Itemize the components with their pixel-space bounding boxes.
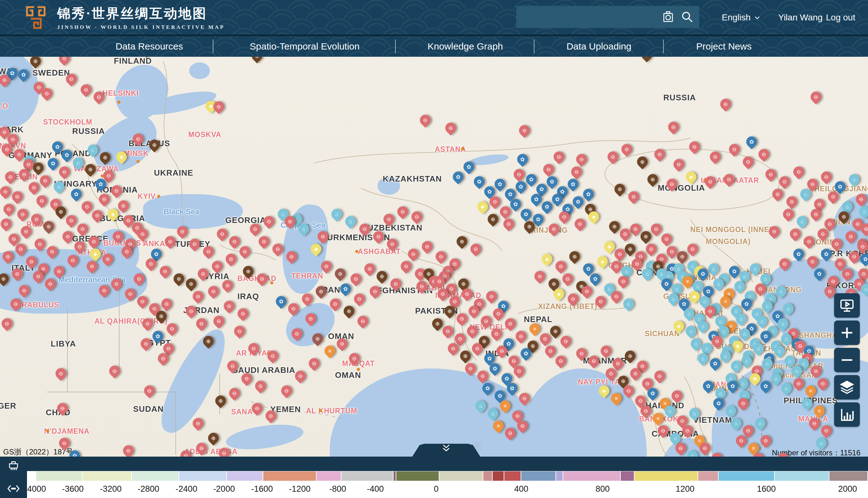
map-pin-site-marker-brown[interactable]: ⊕ [201,334,216,349]
map-pin-relic-marker-red[interactable]: ⊖ [201,244,216,259]
search-icon[interactable] [680,10,694,24]
map-pin-relic-marker-red[interactable]: ⊖ [270,241,285,257]
map-pin-relic-marker-red[interactable]: ⊖ [432,274,447,289]
map-pin-relic-marker-red[interactable]: ⊖ [843,229,858,244]
map-pin-relic-marker-red[interactable]: ⊖ [109,183,124,198]
map-pin-museum-marker-cyan[interactable]: ⌂ [485,406,500,421]
search-box[interactable] [516,6,699,28]
timeline-segment[interactable] [342,471,394,481]
map-pin-relic-marker-red[interactable]: ⊖ [697,441,712,456]
map-pin-document-marker-orange[interactable]: ≡ [498,398,513,413]
map-pin-relic-marker-red[interactable]: ⊖ [57,436,72,451]
map-pin-relic-marker-red[interactable]: ⊖ [131,271,146,286]
map-pin-relic-marker-red[interactable]: ⊖ [123,286,138,301]
map-pin-relic-marker-red[interactable]: ⊖ [78,82,93,97]
map-pin-museum-marker-cyan[interactable]: ⌂ [847,172,862,187]
map-pin-relic-marker-red[interactable]: ⊖ [515,418,530,433]
map-pin-relic-marker-red[interactable]: ⊖ [808,364,824,379]
map-pin-relic-marker-red[interactable]: ⊖ [187,236,202,251]
map-pin-document-marker-orange[interactable]: ≡ [812,403,827,418]
timeline-segment[interactable] [82,471,132,481]
timeline-segment[interactable] [394,471,396,481]
map-canvas[interactable]: NORWAYSWEDENFINLANDRUSSIARUSSIADENMARKPO… [0,0,868,498]
map-pin-relic-marker-red[interactable]: ⊖ [511,167,526,182]
map-pin-site-marker-brown[interactable]: ⊕ [454,234,469,249]
map-pin-site-marker-brown[interactable]: ⊕ [183,276,198,291]
map-pin-relic-marker-red[interactable]: ⊖ [847,249,862,264]
map-pin-relic-marker-red[interactable]: ⊖ [138,336,153,351]
map-pin-museum-marker-cyan[interactable]: ⌂ [753,416,768,431]
nav-item-project-news[interactable]: Project News [696,41,752,52]
map-pin-relic-marker-red[interactable]: ⊖ [44,244,60,259]
search-input[interactable] [516,12,662,22]
zoom-in-button[interactable] [834,320,860,345]
map-pin-relic-marker-red[interactable]: ⊖ [511,364,526,379]
timeline-segment[interactable] [263,471,317,481]
map-pin-craft-marker-blue[interactable]: ✿ [16,67,31,82]
map-pin-relic-marker-red[interactable]: ⊖ [256,234,271,249]
map-pin-relic-marker-red[interactable]: ⊖ [435,286,450,301]
map-pin-relic-marker-red[interactable]: ⊖ [541,162,556,177]
map-pin-site-marker-brown[interactable]: ⊕ [213,393,228,408]
map-pin-relic-marker-red[interactable]: ⊖ [163,234,178,249]
map-pin-relic-marker-red[interactable]: ⊖ [638,403,653,418]
map-pin-relic-marker-red[interactable]: ⊖ [191,416,206,431]
map-pin-museum-marker-cyan[interactable]: ⌂ [71,155,86,170]
timeline-segment[interactable] [556,471,563,481]
map-pin-relic-marker-red[interactable]: ⊖ [224,251,239,266]
map-pin-relic-marker-red[interactable]: ⊖ [109,276,124,291]
map-pin-marker-yellow[interactable]: ◈ [308,241,323,257]
map-pin-museum-marker-cyan[interactable]: ⌂ [729,416,744,431]
map-pin-relic-marker-red[interactable]: ⊖ [135,294,150,309]
nav-item-spatio-temporal-evolution[interactable]: Spatio-Temporal Evolution [250,41,360,52]
map-pin-site-marker-brown[interactable]: ⊕ [374,269,390,284]
map-pin-relic-marker-red[interactable]: ⊖ [805,254,820,269]
map-pin-marker-yellow[interactable]: ◈ [586,209,601,224]
nav-item-data-resources[interactable]: Data Resources [115,41,183,52]
map-pin-relic-marker-red[interactable]: ⊖ [854,192,868,207]
map-pin-document-marker-orange[interactable]: ≡ [491,418,506,433]
map-pin-relic-marker-red[interactable]: ⊖ [420,239,435,254]
map-pin-relic-marker-red[interactable]: ⊖ [579,284,595,299]
timeline-segment[interactable] [521,471,556,481]
map-pin-relic-marker-red[interactable]: ⊖ [34,193,49,208]
timeline-segment[interactable] [483,471,493,481]
map-pin-marker-yellow[interactable]: ◈ [475,199,490,214]
map-pin-relic-marker-red[interactable]: ⊖ [253,378,268,393]
map-pin-museum-marker-cyan[interactable]: ⌂ [798,187,813,202]
map-pin-museum-marker-cyan[interactable]: ⌂ [85,142,100,157]
map-pin-craft-marker-blue[interactable]: ✿ [539,199,554,214]
map-pin-relic-marker-red[interactable]: ⊖ [315,229,330,244]
map-pin-site-marker-brown[interactable]: ⊕ [83,162,98,177]
map-pin-relic-marker-red[interactable]: ⊖ [673,441,688,456]
map-pin-site-marker-brown[interactable]: ⊕ [567,249,582,264]
map-pin-relic-marker-red[interactable]: ⊖ [652,368,667,383]
map-pin-relic-marker-red[interactable]: ⊖ [107,364,122,379]
timeline-segment[interactable] [563,471,621,481]
timeline-segment[interactable] [504,471,521,481]
map-pin-relic-marker-red[interactable]: ⊖ [628,366,643,381]
language-selector[interactable]: English [722,0,761,35]
map-pin-relic-marker-red[interactable]: ⊖ [334,336,349,351]
map-pin-relic-marker-red[interactable]: ⊖ [159,296,174,311]
map-pin-relic-marker-red[interactable]: ⊖ [736,396,751,411]
map-pin-relic-marker-red[interactable]: ⊖ [443,120,458,135]
map-pin-relic-marker-red[interactable]: ⊖ [791,376,806,391]
timeline-segment[interactable] [635,471,698,481]
map-pin-relic-marker-red[interactable]: ⊖ [352,291,367,306]
map-pin-relic-marker-red[interactable]: ⊖ [806,416,821,431]
logout-button[interactable]: Log out [826,0,855,35]
map-pin-site-marker-brown[interactable]: ⊕ [171,271,187,286]
map-pin-relic-marker-red[interactable]: ⊖ [475,368,490,383]
image-search-icon[interactable] [662,10,675,24]
map-pin-relic-marker-red[interactable]: ⊖ [211,314,226,329]
layers-button[interactable] [834,375,860,399]
map-pin-relic-marker-red[interactable]: ⊖ [86,234,101,249]
map-pin-relic-marker-red[interactable]: ⊖ [293,368,308,383]
timeline-segment[interactable] [227,471,263,481]
map-pin-relic-marker-red[interactable]: ⊖ [300,291,315,306]
map-pin-relic-marker-red[interactable]: ⊖ [815,376,830,391]
timeline-segment[interactable] [775,471,829,481]
map-pin-relic-marker-red[interactable]: ⊖ [586,353,601,368]
nav-item-data-uploading[interactable]: Data Uploading [566,41,631,52]
